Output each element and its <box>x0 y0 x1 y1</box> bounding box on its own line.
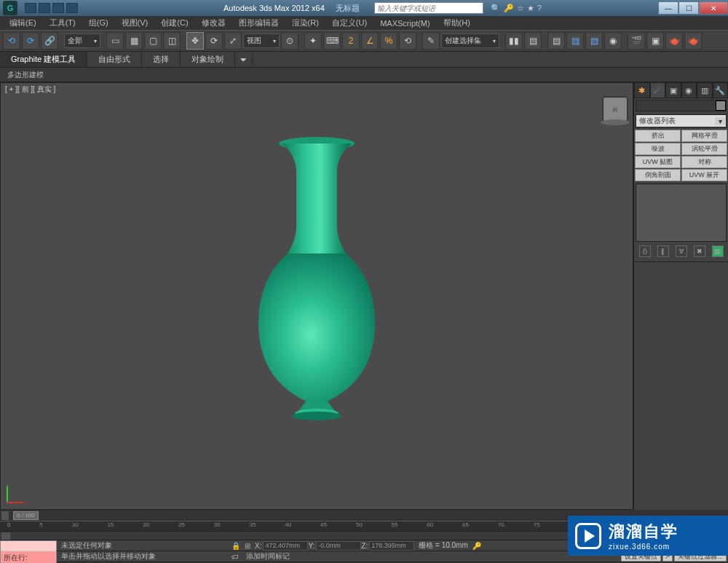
viewcube[interactable]: 前 <box>604 98 627 121</box>
ribbon-tab-graphite[interactable]: Graphite 建模工具 <box>0 52 87 67</box>
menu-create[interactable]: 创建(C) <box>154 16 194 30</box>
show-result-button[interactable]: ‖ <box>657 245 669 257</box>
refcoord-dropdown[interactable]: 视图 <box>243 34 280 48</box>
select-move-button[interactable]: ✥ <box>186 32 204 50</box>
mod-extrude[interactable]: 挤出 <box>635 130 681 142</box>
mod-meshsmooth[interactable]: 网格平滑 <box>681 130 727 142</box>
favorite-icon[interactable]: ★ <box>527 4 534 13</box>
keyboard-shortcut-button[interactable]: ⌨ <box>323 32 341 50</box>
object-name-field[interactable] <box>636 100 727 111</box>
render-button[interactable]: 🫖 <box>665 32 683 50</box>
selection-lock-button[interactable]: 🔑 <box>472 542 483 550</box>
menu-modifiers[interactable]: 修改器 <box>195 16 232 30</box>
pin-stack-button[interactable]: ⎙ <box>639 245 651 257</box>
z-coord-input[interactable] <box>369 541 414 551</box>
hierarchy-tab[interactable]: ▣ <box>665 82 681 98</box>
menu-group[interactable]: 组(G) <box>82 16 115 30</box>
ribbon-expand-button[interactable]: ⏷ <box>235 53 253 66</box>
timeline-button[interactable] <box>1 511 9 520</box>
mirror-button[interactable]: ▮▮ <box>505 32 523 50</box>
menu-maxscript[interactable]: MAXScript(M) <box>373 17 436 29</box>
infocenter-icon[interactable]: 🔍 <box>491 4 501 13</box>
exchange-icon[interactable]: ☆ <box>517 4 524 13</box>
snaps-percent-button[interactable]: % <box>380 32 397 50</box>
mod-symmetry[interactable]: 对称 <box>681 156 727 168</box>
manipulate-button[interactable]: ✦ <box>304 32 322 50</box>
select-region-button[interactable]: ▢ <box>144 32 162 50</box>
select-object-button[interactable]: ▭ <box>106 32 124 50</box>
align-button[interactable]: ▤ <box>524 32 542 50</box>
rfw-button[interactable]: ▣ <box>646 32 664 50</box>
material-editor-button[interactable]: ◉ <box>604 32 622 50</box>
selection-filter[interactable]: 全部 <box>64 34 100 48</box>
vase-object[interactable] <box>244 133 389 425</box>
menu-view[interactable]: 视图(V) <box>115 16 155 30</box>
render-prod-button[interactable]: 🫖 <box>684 32 702 50</box>
select-rotate-button[interactable]: ⟳ <box>205 32 223 50</box>
redo-button[interactable]: ⟳ <box>22 32 39 50</box>
menu-help[interactable]: 帮助(H) <box>437 16 477 30</box>
viewport[interactable]: [ + ][ 前 ][ 真实 ] 前 <box>0 82 633 510</box>
qat-btn[interactable] <box>39 3 50 13</box>
maximize-button[interactable]: ☐ <box>678 1 699 15</box>
snaps-2d-button[interactable]: 2 <box>342 32 360 50</box>
viewport-label[interactable]: [ + ][ 前 ][ 真实 ] <box>5 84 55 95</box>
spinner-snap-button[interactable]: ⟲ <box>399 32 416 50</box>
qat-btn[interactable] <box>52 3 64 13</box>
link-button[interactable]: 🔗 <box>41 32 58 50</box>
timetag-icon[interactable]: 🏷 <box>232 553 239 561</box>
remove-mod-button[interactable]: ✖ <box>694 245 705 257</box>
menu-edit[interactable]: 编辑(E) <box>3 16 43 30</box>
app-icon[interactable]: G <box>3 1 17 15</box>
mod-bevelprofile[interactable]: 倒角剖面 <box>635 169 681 181</box>
x-coord-input[interactable] <box>263 541 308 551</box>
editnamed-button[interactable]: ✎ <box>422 32 440 50</box>
motion-tab[interactable]: ◉ <box>681 82 697 98</box>
select-scale-button[interactable]: ⤢ <box>224 32 242 50</box>
display-tab[interactable]: ▥ <box>697 82 713 98</box>
pivot-button[interactable]: ⊙ <box>281 32 298 50</box>
curve-editor-button[interactable]: ▤ <box>566 32 584 50</box>
modifier-stack[interactable] <box>636 184 727 242</box>
schematic-button[interactable]: ▤ <box>585 32 603 50</box>
subscription-icon[interactable]: 🔑 <box>504 4 514 13</box>
y-coord-input[interactable] <box>316 541 361 551</box>
layers-button[interactable]: ▤ <box>547 32 565 50</box>
script-listener[interactable]: 所在行: <box>0 540 57 563</box>
menu-tools[interactable]: 工具(T) <box>43 16 82 30</box>
ribbon-tab-objectpaint[interactable]: 对象绘制 <box>181 52 235 67</box>
menu-customize[interactable]: 自定义(U) <box>325 16 373 30</box>
named-selection-dropdown[interactable]: 创建选择集 <box>441 34 499 48</box>
ribbon-panel-label[interactable]: 多边形建模 <box>7 70 44 80</box>
ribbon-tab-freeform[interactable]: 自由形式 <box>87 52 142 67</box>
close-button[interactable]: ✕ <box>699 1 728 15</box>
lock-icon[interactable]: 🔒 <box>232 542 240 550</box>
time-slider[interactable]: 0 / 100 <box>13 511 39 520</box>
help-icon[interactable]: ? <box>537 4 542 13</box>
trackbar-icon[interactable] <box>1 532 10 540</box>
mod-uvwmap[interactable]: UVW 贴图 <box>635 156 681 168</box>
window-crossing-button[interactable]: ◫ <box>163 32 181 50</box>
make-unique-button[interactable]: ∀ <box>676 245 687 257</box>
object-color-swatch[interactable] <box>716 101 726 111</box>
modifier-list-dropdown[interactable]: 修改器列表 <box>636 114 727 127</box>
qat-btn[interactable] <box>66 3 78 13</box>
select-name-button[interactable]: ▦ <box>125 32 143 50</box>
mod-uvwunwrap[interactable]: UVW 展开 <box>681 169 727 181</box>
snaps-angle-button[interactable]: ∠ <box>361 32 379 50</box>
create-tab[interactable]: ✱ <box>634 82 650 98</box>
menu-grapheditors[interactable]: 图形编辑器 <box>232 16 285 30</box>
render-setup-button[interactable]: 🎬 <box>628 32 645 50</box>
minimize-button[interactable]: — <box>658 1 678 15</box>
coord-icon[interactable]: ⊞ <box>245 542 250 550</box>
help-search-input[interactable] <box>374 2 483 14</box>
menu-rendering[interactable]: 渲染(R) <box>285 16 325 30</box>
undo-button[interactable]: ⟲ <box>3 32 20 50</box>
modify-tab[interactable]: ☄ <box>650 82 666 98</box>
configure-button[interactable]: ▤ <box>712 245 724 257</box>
utilities-tab[interactable]: 🔧 <box>713 82 729 98</box>
time-tag[interactable]: 添加时间标记 <box>242 551 294 562</box>
ribbon-tab-selection[interactable]: 选择 <box>142 52 181 67</box>
mod-noise[interactable]: 噪波 <box>635 143 681 155</box>
mod-turbosmooth[interactable]: 涡轮平滑 <box>681 143 727 155</box>
